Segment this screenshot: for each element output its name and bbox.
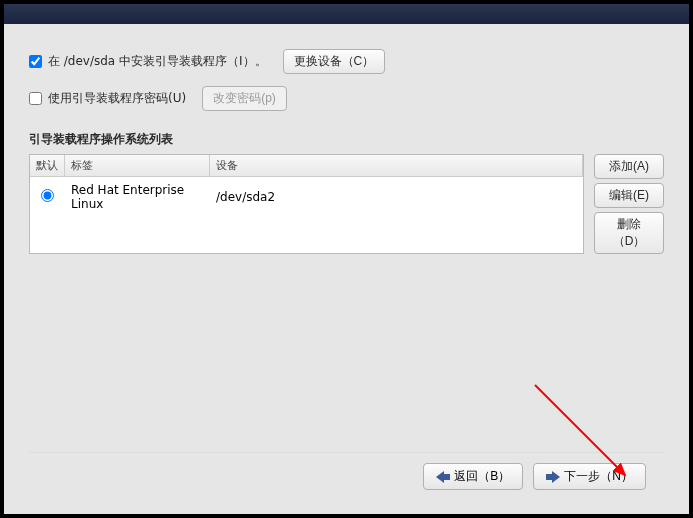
table-area: 默认 标签 设备 Red Hat Enterprise Linux /dev/s… [29, 154, 664, 254]
header-label[interactable]: 标签 [65, 155, 210, 176]
back-button[interactable]: 返回（B） [423, 463, 523, 490]
header-default[interactable]: 默认 [30, 155, 65, 176]
side-buttons: 添加(A) 编辑(E) 删除（D） [594, 154, 664, 254]
back-button-label: 返回（B） [454, 468, 510, 485]
next-button[interactable]: 下一步（N） [533, 463, 646, 490]
arrow-right-icon [546, 471, 560, 483]
use-password-checkbox[interactable] [29, 92, 42, 105]
table-title: 引导装载程序操作系统列表 [29, 131, 664, 148]
main-content: 在 /dev/sda 中安装引导装载程序（I）。 更换设备（C） 使用引导装载程… [4, 24, 689, 514]
next-button-label: 下一步（N） [564, 468, 633, 485]
edit-button[interactable]: 编辑(E) [594, 183, 664, 208]
delete-button[interactable]: 删除（D） [594, 212, 664, 254]
table-header: 默认 标签 设备 [30, 155, 583, 177]
row-label: Red Hat Enterprise Linux [65, 181, 210, 213]
header-device[interactable]: 设备 [210, 155, 583, 176]
row-device: /dev/sda2 [210, 188, 583, 206]
arrow-left-icon [436, 471, 450, 483]
row-default-radio[interactable] [41, 189, 54, 202]
install-bootloader-row: 在 /dev/sda 中安装引导装载程序（I）。 更换设备（C） [29, 49, 664, 74]
svg-marker-0 [436, 471, 450, 483]
use-password-row: 使用引导装载程序密码(U) 改变密码(p) [29, 86, 664, 111]
row-default-radio-cell [30, 187, 65, 207]
install-bootloader-checkbox[interactable] [29, 55, 42, 68]
os-table: 默认 标签 设备 Red Hat Enterprise Linux /dev/s… [29, 154, 584, 254]
svg-marker-1 [546, 471, 560, 483]
title-bar [4, 4, 689, 24]
change-device-button[interactable]: 更换设备（C） [283, 49, 386, 74]
footer: 返回（B） 下一步（N） [29, 452, 664, 504]
use-password-label: 使用引导装载程序密码(U) [48, 90, 186, 107]
add-button[interactable]: 添加(A) [594, 154, 664, 179]
install-bootloader-label: 在 /dev/sda 中安装引导装载程序（I）。 [48, 53, 267, 70]
table-row[interactable]: Red Hat Enterprise Linux /dev/sda2 [30, 177, 583, 217]
change-password-button: 改变密码(p) [202, 86, 287, 111]
